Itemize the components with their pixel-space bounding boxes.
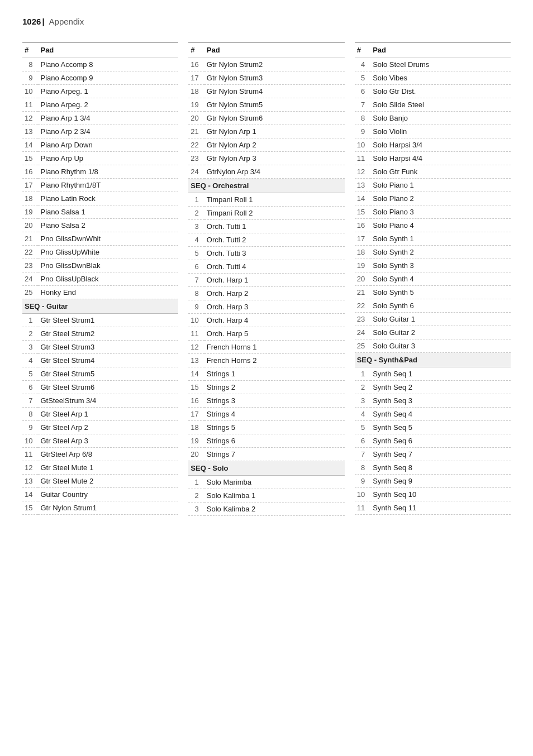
row-num: 9 <box>22 421 38 434</box>
row-num: 10 <box>355 138 370 152</box>
row-label: Piano Arpeg. 1 <box>38 85 178 98</box>
table-row: 14Piano Arp Down <box>22 138 178 152</box>
table-row: 11GtrSteel Arp 6/8 <box>22 448 178 461</box>
table-row: 2Synth Seq 2 <box>355 381 511 394</box>
row-label: Gtr Steel Mute 2 <box>38 475 178 488</box>
row-label: Solo Synth 3 <box>370 259 511 272</box>
col-header-pad: Pad <box>38 42 178 58</box>
row-label: Orch. Harp 5 <box>204 327 345 341</box>
row-label: Piano Salsa 2 <box>38 219 178 232</box>
table-row: 12Piano Arp 1 3/4 <box>22 112 178 125</box>
table-row: 7GtSteelStrum 3/4 <box>22 394 178 408</box>
row-num: 4 <box>355 408 370 421</box>
row-label: Gtr Steel Arp 2 <box>38 421 178 434</box>
table-row: 13Piano Arp 2 3/4 <box>22 125 178 138</box>
row-label: Piano Arp Up <box>38 152 178 165</box>
row-num: 6 <box>188 260 204 274</box>
row-num: 2 <box>355 381 370 394</box>
table-row: 19Piano Salsa 1 <box>22 205 178 219</box>
section-header-row: SEQ - Solo <box>188 461 344 476</box>
row-num: 13 <box>22 125 38 138</box>
row-label: Gtr Steel Strum2 <box>38 327 178 341</box>
row-num: 19 <box>188 434 204 448</box>
page-divider: | <box>42 17 44 26</box>
row-label: Solo Banjo <box>370 112 511 125</box>
row-num: 9 <box>355 475 370 488</box>
table-row: 7Orch. Harp 1 <box>188 274 344 287</box>
row-num: 12 <box>22 112 38 125</box>
row-label: Solo Guitar 2 <box>370 326 511 339</box>
table-row: 24Solo Guitar 2 <box>355 326 511 339</box>
row-label: Piano Arp 2 3/4 <box>38 125 178 138</box>
table-row: 14Guitar Country <box>22 488 178 501</box>
table-row: 8Synth Seq 8 <box>355 461 511 475</box>
row-num: 20 <box>188 448 204 461</box>
row-num: 22 <box>355 299 370 313</box>
row-label: Synth Seq 11 <box>370 501 511 515</box>
row-label: Solo Slide Steel <box>370 98 511 112</box>
row-num: 14 <box>355 192 370 205</box>
row-num: 24 <box>188 165 204 179</box>
row-label: Solo Harpsi 4/4 <box>370 152 511 165</box>
page-title: Appendix <box>49 17 84 26</box>
row-num: 23 <box>22 259 38 272</box>
row-num: 18 <box>22 192 38 205</box>
row-num: 6 <box>355 434 370 448</box>
table-row: 12Solo Gtr Funk <box>355 165 511 179</box>
table-row: 18Solo Synth 2 <box>355 246 511 259</box>
row-label: Honky End <box>38 286 178 299</box>
row-num: 7 <box>22 394 38 408</box>
table-row: 12Gtr Steel Mute 1 <box>22 461 178 475</box>
row-num: 2 <box>22 327 38 341</box>
column-3: #Pad4Solo Steel Drums5Solo Vibes6Solo Gt… <box>355 42 511 515</box>
row-num: 6 <box>355 85 370 98</box>
row-num: 7 <box>355 98 370 112</box>
row-num: 12 <box>188 341 204 354</box>
table-row: 17Solo Synth 1 <box>355 232 511 246</box>
table-row: 9Synth Seq 9 <box>355 475 511 488</box>
row-num: 1 <box>188 193 204 207</box>
row-num: 16 <box>22 165 38 179</box>
row-num: 21 <box>188 125 204 138</box>
row-label: Synth Seq 1 <box>370 367 511 381</box>
row-label: Gtr Steel Strum5 <box>38 367 178 381</box>
row-label: Solo Guitar 1 <box>370 313 511 326</box>
row-label: Gtr Steel Strum3 <box>38 341 178 354</box>
row-label: Solo Gtr Funk <box>370 165 511 179</box>
table-row: 5Orch. Tutti 3 <box>188 247 344 260</box>
section-header-row: SEQ - Guitar <box>22 299 178 314</box>
row-num: 23 <box>355 313 370 326</box>
row-num: 13 <box>22 475 38 488</box>
row-num: 9 <box>355 125 370 138</box>
table-row: 21Pno GlissDwnWhit <box>22 232 178 246</box>
row-label: GtrSteel Arp 6/8 <box>38 448 178 461</box>
table-row: 6Solo Gtr Dist. <box>355 85 511 98</box>
table-row: 22Solo Synth 6 <box>355 299 511 313</box>
section-header-row: SEQ - Synth&Pad <box>355 353 511 367</box>
row-num: 5 <box>188 247 204 260</box>
table-row: 13Solo Piano 1 <box>355 179 511 192</box>
row-num: 17 <box>188 408 204 421</box>
row-num: 13 <box>188 354 204 367</box>
row-label: Orch. Tutti 3 <box>204 247 345 260</box>
row-label: Gtr Steel Arp 3 <box>38 434 178 448</box>
table-row: 4Orch. Tutti 2 <box>188 233 344 247</box>
table-row: 10Solo Harpsi 3/4 <box>355 138 511 152</box>
row-label: Solo Piano 1 <box>370 179 511 192</box>
row-num: 11 <box>188 327 204 341</box>
table-row: 16Piano Rhythm 1/8 <box>22 165 178 179</box>
table-row: 10Gtr Steel Arp 3 <box>22 434 178 448</box>
row-label: Piano Accomp 9 <box>38 71 178 85</box>
table-row: 20Strings 7 <box>188 448 344 461</box>
row-num: 17 <box>188 71 204 85</box>
row-label: Gtr Nylon Arp 2 <box>204 138 345 152</box>
row-label: Solo Piano 4 <box>370 219 511 232</box>
table-row: 9Gtr Steel Arp 2 <box>22 421 178 434</box>
col-header-num: # <box>355 42 370 58</box>
table-row: 18Gtr Nylon Strum4 <box>188 85 344 98</box>
table-row: 17Piano Rhythm1/8T <box>22 179 178 192</box>
row-label: Piano Rhythm1/8T <box>38 179 178 192</box>
table-row: 6Orch. Tutti 4 <box>188 260 344 274</box>
table-row: 16Gtr Nylon Strum2 <box>188 58 344 71</box>
row-num: 1 <box>188 476 204 489</box>
